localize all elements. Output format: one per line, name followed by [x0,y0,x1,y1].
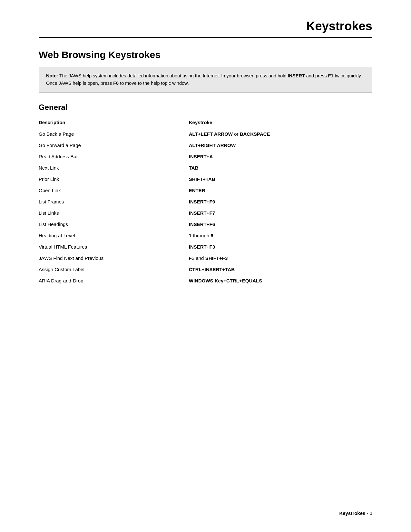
table-row: JAWS Find Next and PreviousF3 and SHIFT+… [39,252,372,264]
table-row: Virtual HTML FeaturesINSERT+F3 [39,241,372,252]
row-keystroke: TAB [189,162,372,173]
keystroke-table: Description Keystroke Go Back a PageALT+… [39,118,372,286]
section-title: Web Browsing Keystrokes [39,49,372,60]
note-box: Note: The JAWS help system includes deta… [39,67,372,93]
table-row: Go Back a PageALT+LEFT ARROW or BACKSPAC… [39,128,372,140]
row-description: Read Address Bar [39,151,189,162]
row-keystroke: INSERT+F3 [189,241,372,252]
row-keystroke: ALT+LEFT ARROW or BACKSPACE [189,128,372,140]
row-keystroke: CTRL+INSERT+TAB [189,264,372,275]
row-description: Virtual HTML Features [39,241,189,252]
subsection-title-general: General [39,103,372,112]
table-row: Prior LinkSHIFT+TAB [39,173,372,185]
row-description: List Links [39,207,189,219]
row-description: List Frames [39,196,189,207]
note-label: Note: [46,73,58,78]
row-keystroke: INSERT+A [189,151,372,162]
col-header-description: Description [39,118,189,128]
table-row: List FramesINSERT+F9 [39,196,372,207]
row-keystroke: INSERT+F7 [189,207,372,219]
row-description: JAWS Find Next and Previous [39,252,189,264]
page-title-bar: Keystrokes [39,19,372,38]
row-keystroke: WINDOWS Key+CTRL+EQUALS [189,275,372,286]
page: Keystrokes Web Browsing Keystrokes Note:… [0,0,411,532]
row-description: Heading at Level [39,230,189,241]
row-description: Go Back a Page [39,128,189,140]
table-row: List LinksINSERT+F7 [39,207,372,219]
table-row: Go Forward a PageALT+RIGHT ARROW [39,140,372,151]
row-keystroke: F3 and SHIFT+F3 [189,252,372,264]
row-description: List Headings [39,219,189,230]
table-row: List HeadingsINSERT+F6 [39,219,372,230]
row-description: Prior Link [39,173,189,185]
note-text: The JAWS help system includes detailed i… [46,73,362,86]
row-description: Next Link [39,162,189,173]
table-row: Assign Custom LabelCTRL+INSERT+TAB [39,264,372,275]
row-keystroke: ENTER [189,185,372,196]
table-row: Read Address BarINSERT+A [39,151,372,162]
table-row: Open LinkENTER [39,185,372,196]
row-keystroke: 1 through 6 [189,230,372,241]
table-row: Heading at Level1 through 6 [39,230,372,241]
page-title: Keystrokes [306,19,372,33]
row-description: Assign Custom Label [39,264,189,275]
row-description: ARIA Drag-and-Drop [39,275,189,286]
row-keystroke: ALT+RIGHT ARROW [189,140,372,151]
row-keystroke: SHIFT+TAB [189,173,372,185]
table-row: Next LinkTAB [39,162,372,173]
page-footer: Keystrokes - 1 [339,510,372,516]
row-keystroke: INSERT+F9 [189,196,372,207]
col-header-keystroke: Keystroke [189,118,372,128]
row-description: Go Forward a Page [39,140,189,151]
table-row: ARIA Drag-and-DropWINDOWS Key+CTRL+EQUAL… [39,275,372,286]
row-description: Open Link [39,185,189,196]
row-keystroke: INSERT+F6 [189,219,372,230]
